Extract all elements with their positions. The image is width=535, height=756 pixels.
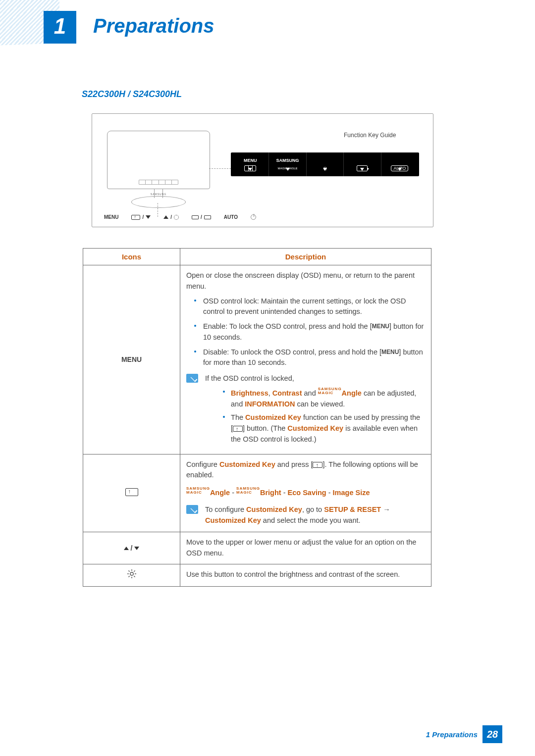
fk-auto: AUTO bbox=[381, 152, 418, 176]
svg-line-8 bbox=[128, 576, 129, 577]
monitor-diagram: SAMSUNG Function Key Guide MENU SAMSUNG … bbox=[92, 113, 433, 227]
updown-desc: Move to the upper or lower menu or adjus… bbox=[180, 532, 431, 564]
menu-intro: Open or close the onscreen display (OSD)… bbox=[186, 270, 425, 292]
menu-disable: Disable: To unlock the OSD control, pres… bbox=[192, 347, 425, 369]
note-icon bbox=[186, 505, 198, 514]
menu-locked-note: If the OSD control is locked, Brightness… bbox=[186, 373, 425, 448]
svg-point-0 bbox=[130, 572, 133, 575]
btn-source: / bbox=[192, 214, 211, 220]
page-footer: 1 Preparations 28 bbox=[426, 725, 502, 743]
col-description: Description bbox=[180, 249, 431, 265]
brightness-desc: Use this button to control the brightnes… bbox=[180, 564, 431, 586]
function-key-bar: MENU SAMSUNG MAGICANGLE bbox=[231, 152, 419, 176]
menu-enable: Enable: To lock the OSD control, press a… bbox=[192, 321, 425, 343]
down-icon bbox=[146, 215, 151, 219]
custom-key-icon bbox=[313, 462, 322, 468]
function-key-guide-label: Function Key Guide bbox=[344, 132, 396, 139]
custom-key-icon bbox=[233, 426, 243, 432]
icon-updown: / bbox=[83, 532, 180, 564]
svg-line-6 bbox=[134, 576, 135, 577]
menu-lock-desc: OSD control lock: Maintain the current s… bbox=[192, 296, 425, 318]
brightness-icon bbox=[174, 215, 179, 220]
chapter-number: 1 bbox=[44, 11, 76, 42]
custom-key-configure: Configure Customized Key and press []. T… bbox=[186, 459, 425, 481]
monitor-illustration: SAMSUNG bbox=[107, 131, 210, 208]
page-number: 28 bbox=[482, 725, 502, 743]
svg-line-7 bbox=[134, 570, 135, 571]
fk-menu: MENU bbox=[232, 152, 269, 176]
note-adjustable: Brightness, Contrast and SAMSUNGMAGICAng… bbox=[221, 387, 422, 410]
power-icon bbox=[251, 214, 256, 220]
row-brightness: Use this button to control the brightnes… bbox=[83, 564, 431, 586]
note-customized-key: The Customized Key function can be used … bbox=[221, 412, 422, 445]
custom-key-icon bbox=[131, 215, 140, 220]
custom-key-icon bbox=[125, 488, 138, 496]
btn-custom-updown: / bbox=[131, 214, 151, 220]
down-icon bbox=[134, 547, 139, 550]
note-icon bbox=[186, 374, 198, 383]
up-icon bbox=[124, 547, 129, 550]
brightness-icon bbox=[127, 569, 136, 578]
icon-menu-label: MENU bbox=[83, 265, 180, 454]
col-icons: Icons bbox=[83, 249, 180, 265]
btn-menu: MENU bbox=[104, 214, 118, 220]
icon-brightness bbox=[83, 564, 180, 586]
physical-button-row: MENU / / / AUTO bbox=[104, 214, 256, 220]
chapter-header: 1 Preparations bbox=[0, 0, 535, 54]
up-icon bbox=[163, 215, 168, 219]
fk-samsung-magic-angle: SAMSUNG MAGICANGLE bbox=[269, 152, 306, 176]
samsung-logo: SAMSUNG bbox=[151, 193, 166, 196]
chapter-title: Preparations bbox=[93, 15, 214, 37]
icon-custom-key bbox=[83, 454, 180, 532]
fk-source bbox=[344, 152, 381, 176]
custom-key-options: SAMSUNGMAGICAngle - SAMSUNGMAGICBright -… bbox=[186, 487, 425, 499]
model-heading: S22C300H / S24C300HL bbox=[82, 89, 500, 100]
btn-up-brightness: / bbox=[163, 214, 179, 220]
chapter-number-box: 1 bbox=[44, 11, 76, 44]
row-custom-key: Configure Customized Key and press []. T… bbox=[83, 454, 431, 532]
row-updown: / Move to the upper or lower menu or adj… bbox=[83, 532, 431, 564]
btn-power bbox=[251, 214, 256, 220]
btn-auto: AUTO bbox=[224, 214, 238, 220]
svg-line-5 bbox=[128, 570, 129, 571]
footer-label: 1 Preparations bbox=[426, 730, 478, 739]
row-menu: MENU Open or close the onscreen display … bbox=[83, 265, 431, 454]
fk-brightness bbox=[307, 152, 344, 176]
icons-table: Icons Description MENU Open or close the… bbox=[83, 248, 431, 587]
custom-key-path-note: To configure Customized Key, go to SETUP… bbox=[186, 504, 425, 526]
